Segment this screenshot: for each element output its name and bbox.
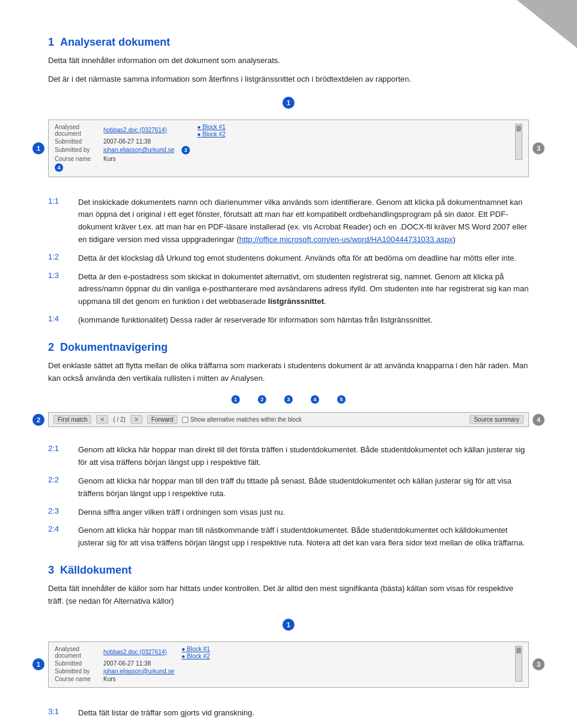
mock-ui-2-badge-left: 1	[32, 658, 44, 670]
mock-ui-1-badge-left: 1	[32, 142, 44, 154]
section-2-number: 2	[48, 341, 54, 354]
mock-nav-btn-forward-arrow[interactable]: >	[130, 415, 142, 424]
mock-nav-counter: ( / 2)	[113, 416, 126, 423]
mock-nav-checkbox-label: Show alternative matches within the bloc…	[182, 416, 302, 423]
mock-ui-1-field-value-3: Kurs	[103, 156, 116, 162]
section-3-item-1-content: Detta fält listar de träffar som gjorts …	[78, 707, 529, 720]
section-3-heading: 3 Källdokument	[48, 564, 529, 577]
mock-nav-btn-first[interactable]: First match	[53, 415, 91, 424]
mock-ui-2-field-row-3: Course name Kurs	[55, 676, 174, 682]
bold-listgranssnittet: listgränssnittet	[268, 297, 324, 306]
mock-ui-1-wrapper: 1 1 Analysed document hobbas2.doc (03276…	[48, 97, 529, 186]
mock-ui-1-fields: Analysed document hobbas2.doc (0327614) …	[55, 124, 190, 173]
mock-ui-1-scrollbar	[515, 124, 522, 160]
mock-ui-2-block-2: ● Block #2	[182, 653, 210, 660]
section-3-item-1-label: 3:1	[48, 707, 72, 716]
mock-nav-btn-forward[interactable]: Forward	[147, 415, 178, 424]
mock-ui-2-field-value-0: hobbas2.doc (0327614)	[103, 649, 167, 655]
scrollbar-2	[515, 646, 522, 682]
mock-nav-badge-5: 5	[337, 395, 346, 404]
mock-nav-badge-2: 2	[258, 395, 266, 404]
section-2-title: Dokumentnavigering	[60, 341, 168, 354]
mock-ui-2-fields: Analysed document hobbas2.doc (0327614) …	[55, 646, 174, 684]
mock-ui-1-field-row-0: Analysed document hobbas2.doc (0327614)	[55, 124, 190, 137]
section-1-item-4-content: (kommande funktionalitet) Dessa rader är…	[78, 314, 529, 327]
section-1-intro1: Detta fält innehåller information om det…	[48, 55, 529, 67]
section-3: 3 Källdokument Detta fält innehåller de …	[48, 564, 529, 719]
mock-ui-2-wrapper: 1 1 Analysed document hobbas2.doc (03276…	[48, 619, 529, 696]
mock-ui-2-top-badge-row: 1	[48, 619, 529, 631]
mock-ui-2-row: 1 Analysed document hobbas2.doc (0327614…	[48, 633, 529, 696]
mock-ui-2-blocks: ● Block #1 ● Block #2	[182, 646, 210, 660]
section-2-item-1-label: 2:1	[48, 444, 72, 453]
section-2: 2 Dokumentnavigering Det enklaste sättet…	[48, 341, 529, 550]
mock-ui-2-field-value-3: Kurs	[103, 676, 116, 682]
mock-ui-1-blocks: ● Block #1 ● Block #2	[197, 124, 225, 138]
mock-ui-2-field-row-1: Submitted 2007-06-27 11:38	[55, 660, 174, 667]
mock-nav-badge-3: 3	[284, 395, 293, 404]
section-2-item-2-content: Genom att klicka här hoppar man till den…	[78, 475, 529, 500]
section-1-item-2-label: 1:2	[48, 252, 72, 261]
section-2-item-3-content: Denna siffra anger vilken träff i ordnin…	[78, 506, 529, 519]
section-1-title: Analyserat dokument	[60, 36, 170, 49]
scrollbar-1-thumb	[516, 126, 521, 132]
section-2-item-1-content: Genom att klicka här hoppar man direkt t…	[78, 444, 529, 469]
section-2-item-1: 2:1 Genom att klicka här hoppar man dire…	[48, 444, 529, 469]
section-2-intro: Det enklaste sättet att flytta mellan de…	[48, 360, 529, 385]
section-1: 1 Analyserat dokument Detta fält innehål…	[48, 36, 529, 327]
mock-ui-1-field-value-2: johan.eliasson@urkund.se	[103, 147, 174, 153]
link-microsoft[interactable]: http://office.microsoft.com/en-us/word/H…	[239, 235, 453, 244]
section-1-item-2: 1:2 Detta är det klockslag då Urkund tog…	[48, 252, 529, 265]
mock-ui-2-inner: Analysed document hobbas2.doc (0327614) …	[55, 646, 522, 684]
mock-nav-btn-source[interactable]: Source summary	[469, 415, 524, 424]
section-2-item-3-label: 2:3	[48, 506, 72, 515]
mock-nav-badge-1: 1	[231, 395, 240, 404]
mock-ui-2-badge-right: 3	[533, 658, 545, 670]
mock-ui-1-field-row-4: 4	[55, 163, 190, 172]
mock-ui-1-block-1: ● Block #1	[197, 124, 225, 130]
mock-nav-badge-right: 4	[533, 414, 545, 426]
section-1-item-3-content: Detta är den e-postadress som skickat in…	[78, 271, 529, 308]
section-2-item-4: 2:4 Genom att klicka här hoppar man till…	[48, 524, 529, 550]
section-1-number: 1	[48, 36, 54, 49]
mock-nav-bar: First match < ( / 2) > Forward Show alte…	[48, 412, 529, 427]
mock-ui-1-field-row-2: Submitted by johan.eliasson@urkund.se 3	[55, 146, 190, 154]
mock-nav-checkbox[interactable]	[182, 417, 188, 423]
section-2-item-2-label: 2:2	[48, 475, 72, 484]
mock-ui-2-field-label-3: Course name	[55, 676, 100, 682]
mock-ui-1-field-label-2: Submitted by	[55, 147, 100, 153]
section-1-heading: 1 Analyserat dokument	[48, 36, 529, 49]
mock-ui-2-block-1: ● Block #1	[182, 646, 210, 652]
scrollbar-1	[515, 124, 522, 160]
mock-ui-1-field-row-3: Course name Kurs	[55, 156, 190, 162]
section-3-number: 3	[48, 564, 54, 577]
section-2-heading: 2 Dokumentnavigering	[48, 341, 529, 354]
section-3-item-1: 3:1 Detta fält listar de träffar som gjo…	[48, 707, 529, 720]
section-3-title: Källdokument	[60, 564, 132, 577]
mock-ui-1-badge-inline: 3	[182, 146, 190, 154]
mock-ui-2-field-row-0: Analysed document hobbas2.doc (0327614)	[55, 646, 174, 659]
section-1-item-2-content: Detta är det klockslag då Urkund tog emo…	[78, 252, 529, 265]
mock-nav-btn-back[interactable]: <	[96, 415, 108, 424]
mock-ui-1-badge-top: 1	[282, 97, 295, 109]
section-2-item-4-content: Genom att klicka här hoppar man till näs…	[78, 524, 529, 550]
section-2-item-3: 2:3 Denna siffra anger vilken träff i or…	[48, 506, 529, 519]
mock-nav-top-badges: 1 2 3 4 5	[48, 395, 529, 404]
section-1-intro2: Det är i det närmaste samma information …	[48, 73, 529, 86]
mock-ui-1-block-2: ● Block #2	[197, 131, 225, 138]
section-1-item-3-label: 1:3	[48, 271, 72, 280]
section-1-item-1-label: 1:1	[48, 196, 72, 205]
mock-ui-2-badge-top: 1	[282, 619, 295, 631]
mock-ui-2-scrollbar	[515, 646, 522, 682]
mock-ui-2-field-value-2: johan.eliasson@urkund.se	[103, 668, 174, 675]
section-1-item-1: 1:1 Det inskickade dokumentets namn och …	[48, 196, 529, 246]
mock-ui-2-box: Analysed document hobbas2.doc (0327614) …	[48, 642, 529, 688]
mock-nav-badge-left: 2	[32, 414, 44, 426]
section-1-item-1-content: Det inskickade dokumentets namn och diar…	[78, 196, 529, 246]
section-1-item-4: 1:4 (kommande funktionalitet) Dessa rade…	[48, 314, 529, 327]
page-container: 1 Analyserat dokument Detta fält innehål…	[0, 0, 577, 728]
section-2-item-2: 2:2 Genom att klicka här hoppar man till…	[48, 475, 529, 500]
section-1-item-4-label: 1:4	[48, 314, 72, 323]
mock-nav-wrapper: 1 2 3 4 5 2 First match < ( / 2) > Forwa…	[48, 395, 529, 433]
mock-ui-1-field-label-0: Analysed document	[55, 124, 100, 137]
